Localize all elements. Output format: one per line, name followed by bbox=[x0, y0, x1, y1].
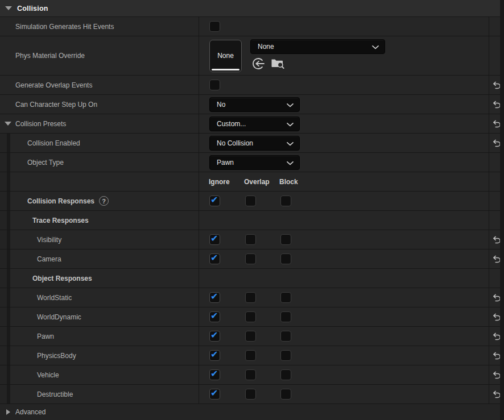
combobox-collision-enabled[interactable]: No Collision bbox=[209, 136, 300, 151]
checkbox-collision-responses-block[interactable] bbox=[280, 196, 291, 206]
property-name-cell: Collision Enabled bbox=[0, 134, 199, 152]
row-physics-body: PhysicsBody bbox=[0, 346, 504, 365]
chevron-down-icon bbox=[287, 103, 294, 107]
checkbox-vehicle-block[interactable] bbox=[280, 369, 291, 380]
category-header-collision[interactable]: Collision bbox=[0, 0, 504, 16]
expander-triangle-down-icon[interactable] bbox=[5, 122, 11, 126]
column-header-block: Block bbox=[279, 178, 298, 186]
combobox-collision-presets[interactable]: Custom... bbox=[209, 117, 300, 131]
checkbox-world-dynamic-overlap[interactable] bbox=[245, 311, 256, 322]
checkbox-destructible-block[interactable] bbox=[280, 389, 291, 400]
property-name-cell: Can Character Step Up On bbox=[0, 95, 199, 114]
property-value-cell bbox=[199, 365, 489, 384]
combobox-phys-material-override[interactable]: None bbox=[250, 39, 385, 54]
property-label: Simulation Generates Hit Events bbox=[15, 23, 114, 31]
use-selected-asset-icon[interactable] bbox=[252, 57, 265, 70]
property-value-cell bbox=[199, 192, 489, 210]
checkbox-world-dynamic-block[interactable] bbox=[280, 311, 291, 322]
checkbox-pawn-block[interactable] bbox=[280, 331, 291, 342]
property-name-cell: Generate Overlap Events bbox=[0, 76, 199, 94]
checkbox-world-dynamic-ignore[interactable] bbox=[209, 311, 220, 322]
combobox-can-character-step-up-on[interactable]: No bbox=[209, 97, 300, 112]
property-name-cell: Object Responses bbox=[0, 269, 199, 288]
checkbox-collision-responses-overlap[interactable] bbox=[245, 196, 256, 206]
row-trace-responses: Trace Responses bbox=[0, 210, 504, 230]
property-value-cell bbox=[199, 269, 489, 288]
checkbox-destructible-ignore[interactable] bbox=[209, 389, 220, 400]
property-label: Collision Enabled bbox=[27, 139, 80, 147]
combobox-value: Pawn bbox=[217, 159, 234, 167]
chevron-down-icon bbox=[287, 142, 294, 146]
chevron-down-icon bbox=[287, 161, 294, 165]
response-columns: Ignore Overlap Block bbox=[199, 172, 489, 191]
property-value-cell bbox=[199, 327, 489, 346]
checkbox-vehicle-ignore[interactable] bbox=[209, 369, 220, 380]
property-name-cell: Camera bbox=[0, 249, 199, 268]
property-name-cell: Collision Presets bbox=[0, 114, 199, 133]
checkbox-world-static-ignore[interactable] bbox=[209, 292, 220, 303]
checkbox-pawn-ignore[interactable] bbox=[209, 331, 220, 342]
property-label: Pawn bbox=[37, 332, 54, 340]
property-label: Object Type bbox=[27, 159, 64, 167]
checkbox-visibility-block[interactable] bbox=[280, 234, 291, 245]
row-object-responses: Object Responses bbox=[0, 268, 504, 288]
asset-thumbnail[interactable]: None bbox=[209, 40, 242, 72]
checkbox-destructible-overlap[interactable] bbox=[245, 389, 256, 400]
chevron-down-icon bbox=[372, 45, 379, 49]
combobox-value: No Collision bbox=[217, 139, 253, 147]
checkbox-visibility-overlap[interactable] bbox=[245, 234, 256, 245]
asset-action-icons bbox=[252, 57, 284, 70]
property-value-cell bbox=[199, 230, 489, 249]
checkbox-camera-overlap[interactable] bbox=[245, 253, 256, 264]
combobox-object-type[interactable]: Pawn bbox=[209, 155, 300, 170]
row-vehicle: Vehicle bbox=[0, 365, 504, 384]
category-title: Collision bbox=[17, 5, 48, 13]
combobox-value: Custom... bbox=[217, 120, 246, 128]
property-value-cell: Pawn bbox=[199, 153, 489, 172]
checkbox-physics-body-block[interactable] bbox=[280, 350, 291, 361]
help-question-icon[interactable]: ? bbox=[99, 196, 109, 206]
checkbox-visibility-ignore[interactable] bbox=[209, 234, 220, 245]
checkbox-world-static-overlap[interactable] bbox=[245, 292, 256, 303]
advanced-expander-row[interactable]: Advanced bbox=[0, 404, 504, 420]
row-pawn: Pawn bbox=[0, 326, 504, 346]
asset-thumbnail-label: None bbox=[217, 52, 234, 60]
section-label: Object Responses bbox=[32, 275, 92, 282]
checkbox-physics-body-overlap[interactable] bbox=[245, 350, 256, 361]
property-name-cell: Vehicle bbox=[0, 365, 199, 384]
checkbox-collision-responses-ignore[interactable] bbox=[209, 196, 220, 206]
property-value-cell: Custom... bbox=[199, 114, 489, 133]
asset-thumbnail-underline bbox=[212, 69, 239, 70]
property-label: Phys Material Override bbox=[15, 52, 85, 60]
column-header-overlap: Overlap bbox=[244, 178, 270, 186]
combobox-value: None bbox=[258, 43, 274, 51]
row-simulation-generates-hit-events: Simulation Generates Hit Events bbox=[0, 16, 504, 36]
checkbox-world-static-block[interactable] bbox=[280, 292, 291, 303]
property-value-cell bbox=[199, 211, 489, 230]
row-collision-presets: Collision Presets Custom... bbox=[0, 114, 504, 133]
property-label: Vehicle bbox=[37, 371, 59, 379]
property-value-cell bbox=[199, 346, 489, 365]
row-can-character-step-up-on: Can Character Step Up On No bbox=[0, 94, 504, 114]
property-label: Generate Overlap Events bbox=[15, 81, 92, 89]
checkbox-generate-overlap-events[interactable] bbox=[209, 80, 220, 90]
combobox-value: No bbox=[217, 101, 225, 109]
browse-to-asset-icon[interactable] bbox=[271, 57, 284, 69]
row-generate-overlap-events: Generate Overlap Events bbox=[0, 75, 504, 94]
checkbox-simulation-generates-hit-events[interactable] bbox=[209, 21, 220, 32]
row-world-dynamic: WorldDynamic bbox=[0, 307, 504, 326]
property-name-cell: WorldStatic bbox=[0, 288, 199, 307]
checkbox-camera-ignore[interactable] bbox=[209, 253, 220, 264]
property-label: Destructible bbox=[37, 390, 73, 398]
column-header-ignore: Ignore bbox=[209, 178, 230, 186]
row-phys-material-override: Phys Material Override None None bbox=[0, 36, 504, 75]
checkbox-vehicle-overlap[interactable] bbox=[245, 369, 256, 380]
property-name-cell: Object Type bbox=[0, 153, 199, 172]
section-label: Trace Responses bbox=[32, 217, 89, 224]
property-name-cell: Phys Material Override bbox=[0, 36, 199, 75]
checkbox-physics-body-ignore[interactable] bbox=[209, 350, 220, 361]
property-label: Collision Presets bbox=[15, 120, 66, 128]
property-value-cell: No Collision bbox=[199, 134, 489, 152]
checkbox-camera-block[interactable] bbox=[280, 253, 291, 264]
checkbox-pawn-overlap[interactable] bbox=[245, 331, 256, 342]
